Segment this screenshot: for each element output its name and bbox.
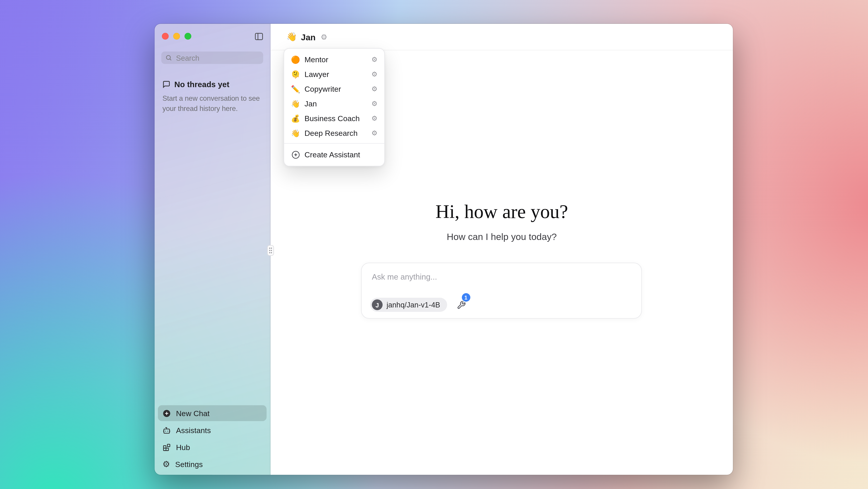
app-window: No threads yet Start a new conversation …	[155, 24, 733, 475]
assistant-dropdown-menu: 🟠 Mentor ⚙ 🫠 Lawyer ⚙ ✏️ Copywriter ⚙ 👋 …	[284, 48, 385, 166]
gear-icon[interactable]: ⚙	[372, 130, 378, 136]
tools-count-badge: 1	[462, 293, 470, 302]
assistant-label: Mentor	[305, 55, 328, 64]
assistant-settings-gear-icon[interactable]: ⚙	[320, 33, 327, 40]
search-box[interactable]	[161, 52, 263, 64]
menu-separator	[284, 143, 384, 144]
close-button[interactable]	[162, 33, 169, 40]
menu-item-business-coach[interactable]: 💰 Business Coach ⚙	[284, 111, 384, 126]
sidebar-item-label: Assistants	[176, 426, 211, 434]
plus-circle-icon	[162, 409, 171, 418]
model-name: janhq/Jan-v1-4B	[387, 301, 440, 309]
menu-item-copywriter[interactable]: ✏️ Copywriter ⚙	[284, 82, 384, 96]
sidebar-item-label: Settings	[175, 460, 203, 468]
minimize-button[interactable]	[173, 33, 180, 40]
bot-icon	[162, 426, 171, 434]
sidebar-item-hub[interactable]: Hub	[158, 439, 267, 455]
chat-bubble-icon	[162, 80, 170, 88]
gear-icon[interactable]: ⚙	[372, 115, 378, 122]
gear-icon[interactable]: ⚙	[372, 71, 378, 78]
sidebar-item-label: New Chat	[176, 409, 210, 418]
model-selector[interactable]: J janhq/Jan-v1-4B	[370, 298, 447, 312]
assistant-selector[interactable]: 👋 Jan ⚙	[271, 24, 733, 51]
tools-button[interactable]: 1	[457, 300, 466, 309]
main-pane: 👋 Jan ⚙ 🟠 Mentor ⚙ 🫠 Lawyer ⚙ ✏️ C	[271, 24, 733, 475]
menu-item-jan[interactable]: 👋 Jan ⚙	[284, 96, 384, 111]
greeting-subtitle: How can I help you today?	[271, 232, 733, 242]
greeting: Hi, how are you? How can I help you toda…	[271, 199, 733, 242]
sidebar-item-settings[interactable]: ⚙ Settings	[158, 456, 267, 472]
sidebar-resize-handle[interactable]	[267, 245, 274, 256]
sidebar-toggle-icon[interactable]	[254, 31, 264, 41]
search-icon	[165, 54, 172, 61]
gear-icon: ⚙	[162, 460, 170, 468]
assistant-emoji: 👋	[286, 32, 297, 42]
search-input[interactable]	[175, 53, 259, 63]
assistant-label: Copywriter	[305, 85, 341, 93]
gear-icon[interactable]: ⚙	[372, 56, 378, 63]
composer-card: J janhq/Jan-v1-4B 1	[361, 263, 642, 319]
sidebar-item-new-chat[interactable]: New Chat	[158, 405, 267, 421]
sidebar-item-label: Hub	[176, 443, 190, 451]
message-input[interactable]	[371, 272, 634, 282]
assistant-emoji: 🫠	[291, 70, 300, 79]
assistant-emoji: 💰	[291, 114, 300, 123]
desktop-background: No threads yet Start a new conversation …	[0, 0, 868, 489]
gear-icon[interactable]: ⚙	[372, 100, 378, 107]
create-assistant-label: Create Assistant	[305, 150, 360, 159]
assistant-emoji: 👋	[291, 99, 300, 108]
assistant-emoji: ✏️	[291, 85, 300, 93]
gear-icon[interactable]: ⚙	[372, 86, 378, 92]
assistant-emoji: 👋	[291, 129, 300, 137]
traffic-lights	[162, 33, 191, 40]
assistant-label: Business Coach	[305, 114, 360, 123]
empty-state-description: Start a new conversation to see your thr…	[162, 93, 262, 114]
create-assistant-button[interactable]: Create Assistant	[284, 147, 384, 162]
sidebar-nav: New Chat Assistants Hub ⚙ Settings	[158, 405, 267, 472]
empty-state-title: No threads yet	[174, 80, 229, 89]
assistant-name: Jan	[301, 32, 316, 42]
assistant-emoji: 🟠	[291, 55, 300, 64]
assistant-label: Lawyer	[305, 70, 329, 79]
plus-circle-icon	[291, 150, 300, 159]
model-provider-avatar: J	[372, 300, 383, 310]
sidebar-titlebar	[155, 24, 270, 49]
zoom-button[interactable]	[185, 33, 191, 40]
sidebar: No threads yet Start a new conversation …	[155, 24, 271, 475]
sidebar-item-assistants[interactable]: Assistants	[158, 422, 267, 438]
assistant-label: Deep Research	[305, 129, 358, 137]
wrench-icon	[457, 300, 466, 309]
menu-item-deep-research[interactable]: 👋 Deep Research ⚙	[284, 126, 384, 140]
menu-item-lawyer[interactable]: 🫠 Lawyer ⚙	[284, 67, 384, 82]
assistant-label: Jan	[305, 99, 317, 108]
composer-toolbar: J janhq/Jan-v1-4B 1	[370, 298, 466, 312]
greeting-title: Hi, how are you?	[271, 199, 733, 224]
threads-empty-state: No threads yet Start a new conversation …	[155, 80, 270, 114]
blocks-icon	[162, 443, 171, 451]
menu-item-mentor[interactable]: 🟠 Mentor ⚙	[284, 52, 384, 67]
